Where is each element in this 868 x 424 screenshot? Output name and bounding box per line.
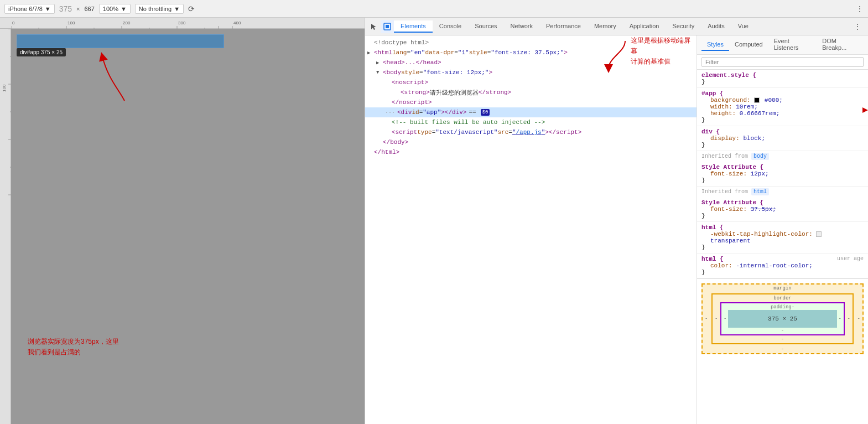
box-model-padding: padding- - - - 375 × 25 — [720, 302, 845, 335]
expand-arrow3: ▶ — [376, 60, 383, 66]
viewport-content: div#app 375 × 25 浏览器实际宽度为375px，这里我们看到是占满… — [11, 29, 365, 424]
throttle-label: No throttling — [139, 6, 171, 12]
devtools-toolbar: iPhone 6/7/8 ▼ 375 × 667 100% ▼ No throt… — [0, 0, 868, 18]
style-rule-element: element.style { } — [697, 70, 868, 88]
inherited-html-tag: html — [751, 188, 769, 195]
box-icon-btn[interactable] — [381, 20, 394, 33]
tab-network[interactable]: Network — [504, 20, 539, 33]
svg-text:100: 100 — [2, 84, 7, 92]
dimension-height: 667 — [84, 6, 94, 12]
style-rule-html-attr: Style Attribute { font-size: 37.5px; } — [697, 197, 868, 222]
device-frame — [17, 34, 224, 48]
tab-sources[interactable]: Sources — [468, 20, 503, 33]
html-line-strong: <strong>请升级您的浏览器</strong> — [365, 87, 697, 97]
chevron-down-icon3: ▼ — [174, 6, 180, 12]
html-line-doctype: <!doctype html> — [365, 38, 697, 48]
annotation-left-text: 浏览器实际宽度为375px，这里我们看到是占满的 — [28, 338, 119, 356]
html-line-script: <script type="text/javascript" src="/app… — [365, 127, 697, 137]
prop-display: display: block; — [701, 135, 864, 142]
device-selector[interactable]: iPhone 6/7/8 ▼ — [4, 4, 55, 14]
tab-elements[interactable]: Elements — [394, 20, 433, 33]
prop-background: background: #000; — [701, 97, 864, 104]
viewport-panel: 0 100 200 300 400 — [0, 18, 365, 424]
styles-tab-styles[interactable]: Styles — [701, 39, 729, 51]
prop-height: height: 0.66667rem; — [701, 110, 864, 117]
zoom-label: 100% — [103, 6, 118, 12]
filter-input[interactable] — [701, 57, 864, 67]
element-highlight — [17, 34, 224, 48]
user-agent-label: user age — [837, 256, 864, 262]
prop-font-size-html: font-size: 37.5px; — [701, 206, 864, 213]
svg-rect-25 — [386, 25, 389, 28]
zoom-selector[interactable]: 100% ▼ — [99, 4, 131, 14]
filter-bar — [697, 55, 868, 70]
styles-panel: Styles Computed Event Listeners DOM Brea… — [697, 35, 868, 424]
tab-audits[interactable]: Audits — [701, 20, 731, 33]
tab-security[interactable]: Security — [666, 20, 701, 33]
inherited-body-label: Inherited from body — [697, 151, 868, 162]
inherited-body-tag: body — [751, 153, 769, 160]
ruler-left: 100 — [0, 29, 11, 424]
device-label: iPhone 6/7/8 — [8, 6, 43, 12]
html-line-html: ▶ <html lang="en" data-dpr="1" style="fo… — [365, 48, 697, 58]
element-tooltip: div#app 375 × 25 — [17, 48, 66, 56]
inherited-html-label: Inherited from html — [697, 187, 868, 197]
svg-text:200: 200 — [123, 20, 131, 25]
html-panel[interactable]: <!doctype html> ▶ <html lang="en" data-d… — [365, 35, 697, 424]
style-rule-body-attr: Style Attribute { font-size: 12px; } — [697, 162, 868, 187]
expand-arrow4: ▼ — [376, 70, 383, 75]
devtools-tab-bar: Elements Console Sources Network Perform… — [365, 18, 868, 35]
svg-text:100: 100 — [67, 20, 75, 25]
tab-memory[interactable]: Memory — [588, 20, 623, 33]
devtools-container: iPhone 6/7/8 ▼ 375 × 667 100% ▼ No throt… — [0, 0, 868, 424]
style-rule-html-webkit: html { -webkit-tap-highlight-color: tran… — [697, 222, 868, 254]
tab-console[interactable]: Console — [433, 20, 468, 33]
box-model-content: 375 × 25 — [728, 310, 837, 328]
styles-tab-dom-breakpoints[interactable]: DOM Breakp... — [817, 35, 864, 54]
html-line-noscript-close: </noscript> — [365, 97, 697, 107]
style-rule-div: div { display: block; } — [697, 126, 868, 151]
chevron-down-icon2: ▼ — [121, 6, 127, 12]
left-annotation-arrow — [91, 45, 136, 106]
cursor-icon-btn[interactable] — [367, 20, 381, 33]
prop-color: color: -internal-root-color; — [701, 262, 864, 269]
rotate-icon[interactable]: ⟳ — [188, 4, 195, 13]
svg-text:400: 400 — [233, 20, 241, 25]
html-line-comment: <!-- built files will be auto injected -… — [365, 117, 697, 127]
svg-text:300: 300 — [178, 20, 186, 25]
svg-text:0: 0 — [12, 20, 15, 25]
annotation-left: 浏览器实际宽度为375px，这里我们看到是占满的 — [28, 337, 119, 358]
html-line-noscript-open: <noscript> — [365, 77, 697, 87]
html-line-head: ▶ <head>...</head> — [365, 58, 697, 68]
expand-arrow2: ▶ — [367, 50, 374, 56]
style-rule-app: #app { background: #000; width: 10rem; — [697, 88, 868, 126]
html-line-body: ▼ <body style="font-size: 12px;" > — [365, 68, 697, 77]
panel-content: <!doctype html> ▶ <html lang="en" data-d… — [365, 35, 868, 424]
prop-webkit-tap: -webkit-tap-highlight-color: transparent — [701, 231, 864, 244]
more-tabs-icon[interactable]: ⋮ — [849, 22, 866, 31]
box-model-margin: margin - - - border - - - — [701, 283, 864, 354]
styles-tab-computed[interactable]: Computed — [729, 39, 768, 51]
more-options-icon[interactable]: ⋮ — [856, 4, 864, 13]
box-model-border: border - - - padding- - - - — [711, 293, 854, 344]
html-line-html-close: </html> — [365, 147, 697, 157]
line-dots: ··· — [385, 110, 395, 116]
throttle-selector[interactable]: No throttling ▼ — [135, 4, 184, 14]
prop-width: width: 10rem; — [701, 104, 864, 110]
dimension-x: × — [76, 6, 80, 12]
tab-application[interactable]: Application — [623, 20, 666, 33]
styles-tab-event-listeners[interactable]: Event Listeners — [768, 35, 817, 54]
prop-font-size-body: font-size: 12px; — [701, 170, 864, 177]
ruler-top: 0 100 200 300 400 — [0, 18, 365, 29]
styles-content[interactable]: element.style { } #app { background: #00… — [697, 70, 868, 424]
devtools-panel: Elements Console Sources Network Perform… — [365, 18, 868, 424]
tab-vue[interactable]: Vue — [731, 20, 755, 33]
style-rule-html-color: html { user age color: -internal-root-co… — [697, 254, 868, 278]
html-line-body-close: </body> — [365, 137, 697, 147]
color-swatch-black[interactable] — [754, 97, 760, 103]
html-line-div-app[interactable]: ··· <div id="app" ></div> == $0 — [365, 107, 697, 117]
styles-tab-bar: Styles Computed Event Listeners DOM Brea… — [697, 35, 868, 55]
box-model-section: margin - - - border - - - — [697, 278, 868, 359]
tab-performance[interactable]: Performance — [539, 20, 588, 33]
separator1: 375 — [59, 4, 72, 13]
